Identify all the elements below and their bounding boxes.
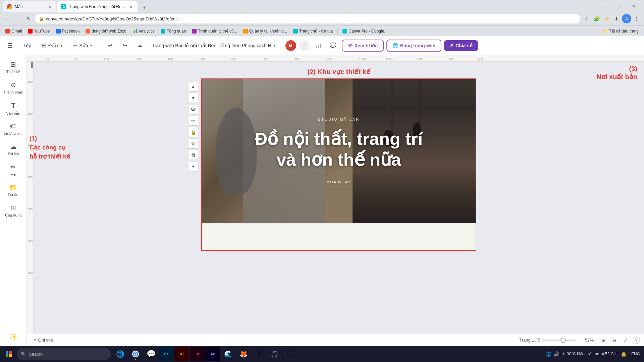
comment-button[interactable]: 💬 <box>327 40 339 52</box>
page-duplicate-button[interactable]: ⧉ <box>189 139 198 148</box>
taskbar-clock[interactable]: 4:52 CH <box>602 351 616 357</box>
page-delete-button[interactable]: 🗑 <box>189 150 198 160</box>
download-button[interactable]: ⬇ <box>612 14 621 23</box>
view-list-button[interactable]: ⊟ <box>610 336 619 345</box>
search-icon: 🔍 <box>21 352 26 357</box>
page-add-button[interactable]: + <box>189 162 198 171</box>
fullscreen-button[interactable]: ⤢ <box>621 336 630 345</box>
minimize-button[interactable]: — <box>595 1 610 11</box>
cloud-save-button[interactable]: ☁ <box>134 40 146 52</box>
bookmark-canva[interactable]: Trang chủ - Canva <box>290 28 335 35</box>
file-button[interactable]: Tệp <box>19 41 35 50</box>
tab1-close[interactable]: ✕ <box>47 4 52 9</box>
sidebar-item-project[interactable]: 📁 Dự án <box>1 181 25 200</box>
sidebar-item-elements[interactable]: ⊕ Thành phần <box>1 78 25 97</box>
bookmark-youtube[interactable]: YouTube <box>25 28 52 35</box>
taskbar-app-illustrator[interactable]: Ai <box>174 347 189 361</box>
profile-button[interactable]: A <box>622 14 631 23</box>
taskbar-app-indesign[interactable]: Id <box>190 347 205 361</box>
address-actions: ☆ 🧩 ⚡ ⬇ A ⋮ <box>582 14 641 23</box>
canva-toolbar: ☰ Tệp ⊞ Đổi cơ ✏ Sửa ▾ ↩ ↪ ☁ Trang web B… <box>0 36 644 55</box>
extension-btn-1[interactable]: 🧩 <box>592 14 601 23</box>
bookmark-quan-ly[interactable]: Quản lý tài khoản c... <box>240 28 290 35</box>
page-edit-button[interactable]: ✏ <box>189 116 198 125</box>
cta-button[interactable]: MUA NGAY <box>326 180 351 185</box>
reload-button[interactable]: ↻ <box>24 14 34 23</box>
page-up-button[interactable]: ▲ <box>189 82 198 91</box>
zoom-minus[interactable]: − <box>579 337 582 343</box>
publish-button[interactable]: 🌐 Đăng trang web <box>386 40 441 52</box>
tab-1[interactable]: Mẫu ✕ <box>3 1 56 12</box>
help-button[interactable]: ? <box>633 337 640 344</box>
add-collaborator-button[interactable]: + <box>299 40 310 51</box>
svg-point-14 <box>135 353 137 355</box>
tab2-label: Trang web Bán lẻ nội thất Đen... <box>69 4 125 9</box>
edit-button[interactable]: ✏ Sửa ▾ <box>69 41 96 50</box>
bookmark-analytics[interactable]: Analytics <box>130 28 157 35</box>
bookmark-all-folder[interactable]: 📁 Tất cả dấu trang <box>600 28 641 35</box>
back-button[interactable]: ← <box>3 14 12 23</box>
taskbar-app-widgets[interactable]: 🌐 <box>113 347 127 361</box>
language-selector[interactable]: ENG <box>631 352 640 356</box>
sidebar-item-draw[interactable]: ✏ Vẽ <box>1 160 25 179</box>
bookmark-star-button[interactable]: ☆ <box>582 14 591 23</box>
network-icon[interactable]: 🌐 <box>546 351 551 357</box>
tab-2[interactable]: C Trang web Bán lẻ nội thất Đen... ✕ <box>57 1 138 12</box>
start-button[interactable] <box>1 347 16 361</box>
taskbar-app-photoshop[interactable]: Ps <box>159 347 174 361</box>
settings-button[interactable]: ⋮ <box>632 14 641 23</box>
taskbar-app-chrome[interactable] <box>128 347 143 361</box>
taskbar-app-firefox[interactable]: 🦊 <box>236 347 251 361</box>
ruler-handle[interactable] <box>31 62 33 68</box>
sidebar-item-apps[interactable]: ⊞ Ứng dụng <box>1 201 25 220</box>
zoom-slider[interactable] <box>543 340 577 341</box>
close-button[interactable]: ✕ <box>626 1 641 11</box>
forward-button[interactable]: → <box>13 14 23 23</box>
taskbar-app-telegram[interactable]: ✈ <box>252 347 266 361</box>
template-button[interactable]: ⊞ Đổi cơ <box>38 40 66 51</box>
canvas-scroll[interactable]: (2) Khu vực thiết kế (3) Nơi xuất bản ▲ <box>34 62 644 334</box>
bookmark-facebook[interactable]: Facebook <box>53 28 83 35</box>
time-display: 4:52 CH <box>602 351 616 357</box>
page-visibility-button[interactable] <box>189 105 198 114</box>
page-down-button[interactable]: ▼ <box>189 93 198 103</box>
sidebar-item-ai[interactable]: ✨ <box>1 330 25 343</box>
bookmark-gmail[interactable]: Gmail <box>3 28 24 35</box>
design-canvas[interactable]: ▲ ▼ ✏ 🔒 ⧉ 🗑 + <box>201 78 476 251</box>
sidebar-item-design[interactable]: ⊞ Thiết kế <box>1 58 25 77</box>
annotation-3-line2: Nơi xuất bản <box>596 73 637 81</box>
taskbar-app-misc1[interactable]: 🎵 <box>267 347 282 361</box>
address-input[interactable]: 🔒 canva.com/design/DAGTuVYa9og/NGos-Ox25… <box>35 14 580 23</box>
share-button[interactable]: ↗ Chia sẻ <box>444 40 478 51</box>
volume-icon[interactable]: 🔊 <box>553 351 559 357</box>
maximize-button[interactable]: ⬜ <box>610 1 626 11</box>
taskbar-search[interactable]: 🔍 Search <box>17 348 111 360</box>
undo-button[interactable]: ↩ <box>104 40 116 52</box>
bookmark-zozo[interactable]: dùng thử web Zozo <box>83 28 129 35</box>
document-title: Trang web Bán lẻ nội thất Đen Trắng theo… <box>149 43 283 48</box>
taskbar-app-skype[interactable]: 💬 <box>144 347 158 361</box>
bookmark-tong-quan[interactable]: Tổng quan <box>158 28 189 35</box>
hamburger-menu-button[interactable]: ☰ <box>4 40 16 52</box>
taskbar-app-aftereffects[interactable]: Ae <box>205 347 220 361</box>
bookmark-canvapro[interactable]: Canva Pro - Google... <box>340 28 390 35</box>
redo-button[interactable]: ↪ <box>119 40 131 52</box>
taskbar-app-misc2[interactable]: 🛡 <box>282 347 297 361</box>
sidebar-item-text[interactable]: T Văn bản <box>1 99 25 118</box>
taskbar-app-edge[interactable]: 🌊 <box>221 347 235 361</box>
notes-button[interactable]: ≡ Ghi chú <box>31 336 56 344</box>
analytics-button[interactable] <box>312 40 324 52</box>
notes-icon: ≡ <box>34 338 36 343</box>
notification-button[interactable]: 🔔 <box>619 349 629 359</box>
bookmark-trinh-quan[interactable]: Trình quản lý thẻ cũ... <box>189 28 239 35</box>
extension-btn-2[interactable]: ⚡ <box>602 14 611 23</box>
weather-info[interactable]: ☀ 30°C Nắng rải rác <box>562 352 599 356</box>
zoom-handle[interactable] <box>560 338 566 343</box>
preview-button[interactable]: 👁 Xem trước <box>342 40 384 52</box>
page-lock-button[interactable]: 🔒 <box>189 127 198 137</box>
new-tab-button[interactable]: + <box>140 3 149 12</box>
sidebar-item-upload[interactable]: ☁ Tải lên <box>1 140 25 159</box>
tab2-close[interactable]: ✕ <box>128 4 133 9</box>
sidebar-item-brand[interactable]: 🏷 thương hi... <box>1 120 25 138</box>
view-grid-button[interactable]: ⊞ <box>599 336 608 345</box>
